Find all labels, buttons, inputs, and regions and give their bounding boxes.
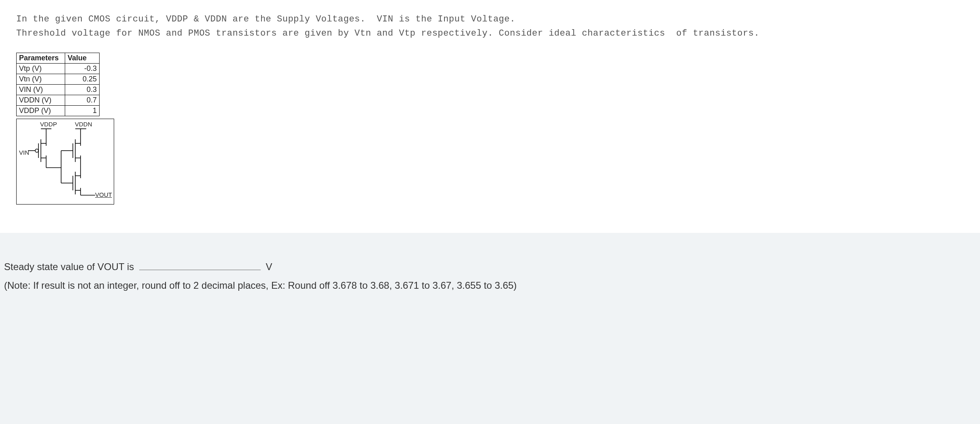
answer-block: Steady state value of VOUT is V (Note: I… [0,233,980,303]
param-name: VDDN (V) [17,95,65,106]
table-row: VDDN (V) 0.7 [17,95,100,106]
question-line2: Threshold voltage for NMOS and PMOS tran… [16,28,759,38]
param-value: 0.3 [65,85,100,95]
answer-note: (Note: If result is not an integer, roun… [4,280,976,291]
question-block: In the given CMOS circuit, VDDP & VDDN a… [0,0,980,233]
question-text: In the given CMOS circuit, VDDP & VDDN a… [16,12,964,40]
param-name: Vtp (V) [17,64,65,74]
circuit-diagram: VDDP VDDN VIN VOUT [16,119,114,205]
table-row: VIN (V) 0.3 [17,85,100,95]
parameters-table: Parameters Value Vtp (V) -0.3 Vtn (V) 0.… [16,53,100,116]
param-name: VDDP (V) [17,106,65,116]
header-parameters: Parameters [17,53,65,64]
param-name: Vtn (V) [17,74,65,85]
answer-prefix: Steady state value of VOUT is [4,261,134,272]
table-row: VDDP (V) 1 [17,106,100,116]
svg-point-5 [35,149,38,152]
table-row: Vtp (V) -0.3 [17,64,100,74]
param-value: 1 [65,106,100,116]
param-value: 0.7 [65,95,100,106]
answer-prompt: Steady state value of VOUT is V [4,261,976,273]
table-row: Vtn (V) 0.25 [17,74,100,85]
param-value: 0.25 [65,74,100,85]
circuit-svg [17,119,114,204]
param-name: VIN (V) [17,85,65,95]
page-container: In the given CMOS circuit, VDDP & VDDN a… [0,0,980,303]
param-value: -0.3 [65,64,100,74]
header-value: Value [65,53,100,64]
table-header-row: Parameters Value [17,53,100,64]
answer-suffix: V [266,261,272,272]
question-line1: In the given CMOS circuit, VDDP & VDDN a… [16,14,515,24]
answer-input-blank[interactable] [139,262,261,270]
